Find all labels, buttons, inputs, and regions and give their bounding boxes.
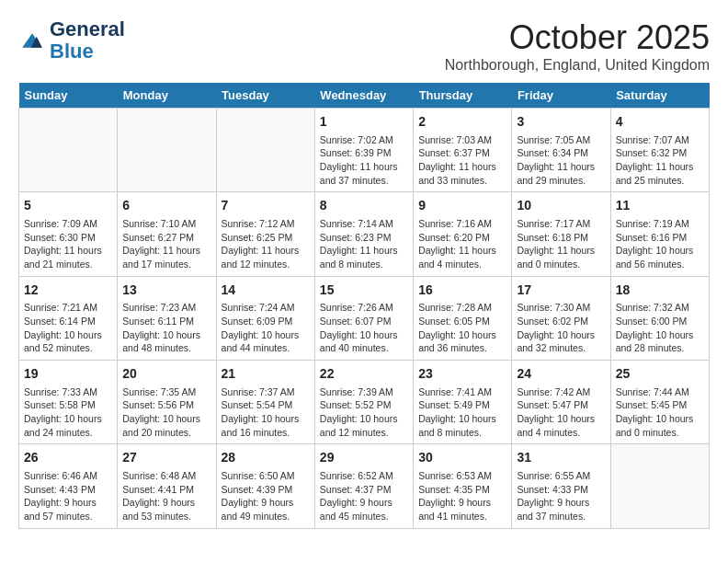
calendar-cell: 23Sunrise: 7:41 AMSunset: 5:49 PMDayligh… <box>414 361 512 444</box>
week-row-5: 26Sunrise: 6:46 AMSunset: 4:43 PMDayligh… <box>19 444 710 528</box>
weekday-header-thursday: Thursday <box>414 83 512 109</box>
day-number: 19 <box>24 365 112 384</box>
weekday-header-sunday: Sunday <box>19 83 118 109</box>
calendar-cell: 2Sunrise: 7:03 AMSunset: 6:37 PMDaylight… <box>414 109 512 192</box>
day-info: Sunrise: 7:12 AMSunset: 6:25 PMDaylight:… <box>222 217 310 271</box>
day-info: Sunrise: 7:32 AMSunset: 6:00 PMDaylight:… <box>616 301 704 355</box>
day-info: Sunrise: 7:09 AMSunset: 6:30 PMDaylight:… <box>24 217 112 271</box>
weekday-header-friday: Friday <box>512 83 610 109</box>
day-number: 20 <box>122 365 210 384</box>
day-info: Sunrise: 7:23 AMSunset: 6:11 PMDaylight:… <box>122 301 210 355</box>
week-row-2: 5Sunrise: 7:09 AMSunset: 6:30 PMDaylight… <box>19 192 710 276</box>
day-number: 5 <box>24 197 112 215</box>
day-number: 6 <box>122 197 210 215</box>
day-info: Sunrise: 6:46 AMSunset: 4:43 PMDaylight:… <box>24 469 112 523</box>
calendar-cell: 10Sunrise: 7:17 AMSunset: 6:18 PMDayligh… <box>512 192 610 276</box>
day-number: 17 <box>517 282 605 300</box>
day-number: 2 <box>418 113 506 132</box>
calendar-cell: 30Sunrise: 6:53 AMSunset: 4:35 PMDayligh… <box>414 444 512 528</box>
day-info: Sunrise: 7:39 AMSunset: 5:52 PMDaylight:… <box>320 385 408 440</box>
calendar-cell: 3Sunrise: 7:05 AMSunset: 6:34 PMDaylight… <box>512 109 610 192</box>
logo-general: General <box>50 18 125 40</box>
day-info: Sunrise: 7:17 AMSunset: 6:18 PMDaylight:… <box>517 217 605 271</box>
week-row-3: 12Sunrise: 7:21 AMSunset: 6:14 PMDayligh… <box>19 276 710 360</box>
calendar-cell: 15Sunrise: 7:26 AMSunset: 6:07 PMDayligh… <box>314 276 413 360</box>
day-info: Sunrise: 6:50 AMSunset: 4:39 PMDaylight:… <box>222 469 310 523</box>
calendar-cell: 12Sunrise: 7:21 AMSunset: 6:14 PMDayligh… <box>19 276 118 360</box>
calendar-cell: 9Sunrise: 7:16 AMSunset: 6:20 PMDaylight… <box>414 192 512 276</box>
day-number: 29 <box>320 449 408 467</box>
day-info: Sunrise: 6:48 AMSunset: 4:41 PMDaylight:… <box>122 469 210 523</box>
day-info: Sunrise: 7:30 AMSunset: 6:02 PMDaylight:… <box>517 301 605 355</box>
calendar-cell: 1Sunrise: 7:02 AMSunset: 6:39 PMDaylight… <box>314 109 413 192</box>
day-number: 24 <box>517 365 605 384</box>
day-info: Sunrise: 7:28 AMSunset: 6:05 PMDaylight:… <box>418 301 506 355</box>
day-info: Sunrise: 7:05 AMSunset: 6:34 PMDaylight:… <box>517 133 605 188</box>
calendar-header-row: SundayMondayTuesdayWednesdayThursdayFrid… <box>19 83 710 109</box>
day-number: 25 <box>616 365 704 384</box>
day-info: Sunrise: 7:03 AMSunset: 6:37 PMDaylight:… <box>418 133 506 188</box>
day-number: 28 <box>222 449 310 467</box>
title-area: October 2025 Northborough, England, Unit… <box>445 18 710 74</box>
calendar-cell <box>610 444 709 528</box>
day-info: Sunrise: 7:19 AMSunset: 6:16 PMDaylight:… <box>616 217 704 271</box>
calendar-cell: 5Sunrise: 7:09 AMSunset: 6:30 PMDaylight… <box>19 192 118 276</box>
calendar-cell: 28Sunrise: 6:50 AMSunset: 4:39 PMDayligh… <box>216 444 314 528</box>
day-number: 9 <box>418 197 506 215</box>
calendar-cell: 22Sunrise: 7:39 AMSunset: 5:52 PMDayligh… <box>314 361 413 444</box>
calendar-cell: 19Sunrise: 7:33 AMSunset: 5:58 PMDayligh… <box>19 361 118 444</box>
day-info: Sunrise: 6:52 AMSunset: 4:37 PMDaylight:… <box>320 469 408 523</box>
calendar-cell: 8Sunrise: 7:14 AMSunset: 6:23 PMDaylight… <box>314 192 413 276</box>
month-title: October 2025 <box>445 18 710 57</box>
day-number: 23 <box>418 365 506 384</box>
day-number: 14 <box>222 282 310 300</box>
calendar-cell: 18Sunrise: 7:32 AMSunset: 6:00 PMDayligh… <box>610 276 709 360</box>
logo: General Blue <box>18 18 125 63</box>
day-info: Sunrise: 7:33 AMSunset: 5:58 PMDaylight:… <box>24 385 112 440</box>
calendar-cell: 4Sunrise: 7:07 AMSunset: 6:32 PMDaylight… <box>610 109 709 192</box>
day-number: 4 <box>616 113 704 132</box>
day-number: 21 <box>222 365 310 384</box>
week-row-4: 19Sunrise: 7:33 AMSunset: 5:58 PMDayligh… <box>19 361 710 444</box>
day-number: 15 <box>320 282 408 300</box>
calendar-cell: 26Sunrise: 6:46 AMSunset: 4:43 PMDayligh… <box>19 444 118 528</box>
page-header: General Blue October 2025 Northborough, … <box>18 18 710 74</box>
day-info: Sunrise: 7:44 AMSunset: 5:45 PMDaylight:… <box>616 385 704 440</box>
calendar-cell: 13Sunrise: 7:23 AMSunset: 6:11 PMDayligh… <box>118 276 216 360</box>
calendar-cell: 24Sunrise: 7:42 AMSunset: 5:47 PMDayligh… <box>512 361 610 444</box>
day-number: 3 <box>517 113 605 132</box>
calendar-cell: 20Sunrise: 7:35 AMSunset: 5:56 PMDayligh… <box>118 361 216 444</box>
calendar-cell <box>216 109 314 192</box>
day-number: 12 <box>24 282 112 300</box>
day-info: Sunrise: 7:10 AMSunset: 6:27 PMDaylight:… <box>122 217 210 271</box>
day-number: 27 <box>122 449 210 467</box>
day-info: Sunrise: 7:35 AMSunset: 5:56 PMDaylight:… <box>122 385 210 440</box>
day-info: Sunrise: 7:37 AMSunset: 5:54 PMDaylight:… <box>222 385 310 440</box>
day-info: Sunrise: 6:55 AMSunset: 4:33 PMDaylight:… <box>517 469 605 523</box>
day-info: Sunrise: 6:53 AMSunset: 4:35 PMDaylight:… <box>418 469 506 523</box>
calendar-cell: 14Sunrise: 7:24 AMSunset: 6:09 PMDayligh… <box>216 276 314 360</box>
calendar-cell: 25Sunrise: 7:44 AMSunset: 5:45 PMDayligh… <box>610 361 709 444</box>
calendar-cell: 16Sunrise: 7:28 AMSunset: 6:05 PMDayligh… <box>414 276 512 360</box>
calendar-cell: 27Sunrise: 6:48 AMSunset: 4:41 PMDayligh… <box>118 444 216 528</box>
calendar-cell: 29Sunrise: 6:52 AMSunset: 4:37 PMDayligh… <box>314 444 413 528</box>
weekday-header-saturday: Saturday <box>610 83 709 109</box>
day-number: 22 <box>320 365 408 384</box>
day-number: 8 <box>320 197 408 215</box>
day-info: Sunrise: 7:41 AMSunset: 5:49 PMDaylight:… <box>418 385 506 440</box>
day-info: Sunrise: 7:21 AMSunset: 6:14 PMDaylight:… <box>24 301 112 355</box>
day-number: 13 <box>122 282 210 300</box>
weekday-header-tuesday: Tuesday <box>216 83 314 109</box>
day-info: Sunrise: 7:42 AMSunset: 5:47 PMDaylight:… <box>517 385 605 440</box>
day-info: Sunrise: 7:16 AMSunset: 6:20 PMDaylight:… <box>418 217 506 271</box>
day-number: 11 <box>616 197 704 215</box>
logo-icon <box>18 32 46 49</box>
calendar-cell <box>118 109 216 192</box>
calendar-cell: 17Sunrise: 7:30 AMSunset: 6:02 PMDayligh… <box>512 276 610 360</box>
day-number: 26 <box>24 449 112 467</box>
calendar-cell <box>19 109 118 192</box>
day-number: 7 <box>222 197 310 215</box>
calendar-cell: 11Sunrise: 7:19 AMSunset: 6:16 PMDayligh… <box>610 192 709 276</box>
day-number: 10 <box>517 197 605 215</box>
day-info: Sunrise: 7:14 AMSunset: 6:23 PMDaylight:… <box>320 217 408 271</box>
